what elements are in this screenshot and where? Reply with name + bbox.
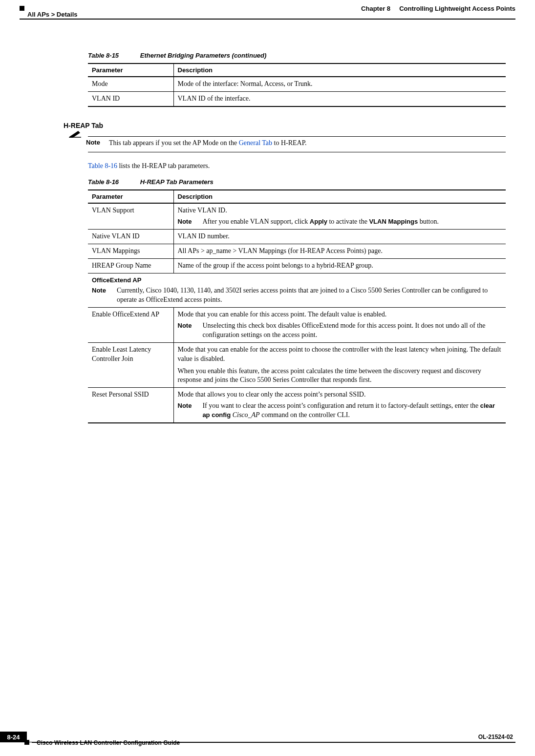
inner-note: Note Currently, Cisco 1040, 1130, 1140, … [92,286,502,305]
table-row: VLAN ID VLAN ID of the interface. [88,91,506,106]
desc-cell: Mode of the interface: Normal, Access, o… [173,77,506,91]
table-8-16-caption: Table 8-16 H-REAP Tab Parameters [88,178,506,186]
note-block: Note This tab appears if you set the AP … [64,136,506,152]
desc-line: Native VLAN ID. [178,206,502,215]
cisco-ap-italic: Cisco_AP [231,411,260,419]
col-description: Description [173,63,506,77]
hreap-tab-heading: H-REAP Tab [64,122,506,129]
apply-bold: Apply [310,218,327,225]
header-rule [20,19,515,20]
note-pencil-icon [64,130,84,139]
table-8-16: Parameter Description VLAN Support Nativ… [88,189,506,423]
table-row: VLAN Mappings All APs > ap_name > VLAN M… [88,244,506,258]
desc-p1: Mode that you can enable for the access … [178,345,502,364]
desc-cell: Mode that you can enable for this access… [173,308,506,343]
note-label: Note [86,139,100,146]
note-suffix: button. [418,218,439,225]
col-parameter: Parameter [88,190,173,203]
note-text: After you enable VLAN support, click App… [202,217,502,227]
chapter-title: Controlling Lightweight Access Points [399,5,515,12]
desc-cell: VLAN ID number. [173,230,506,244]
param-cell: VLAN Support [88,203,173,229]
param-cell: Mode [88,77,173,91]
param-cell: Reset Personal SSID [88,388,173,423]
param-cell: HREAP Group Name [88,258,173,273]
table-row: Mode Mode of the interface: Normal, Acce… [88,77,506,91]
param-cell: Enable OfficeExtend AP [88,308,173,343]
table-header-row: Parameter Description [88,63,506,77]
note-label: Note [92,286,106,295]
note-label: Note [178,401,192,410]
param-cell: Native VLAN ID [88,230,173,244]
desc-cell: Name of the group if the access point be… [173,258,506,273]
page-footer: Cisco Wireless LAN Controller Configurat… [0,742,535,746]
note-prefix: After you enable VLAN support, click [202,218,309,225]
table-8-15: Parameter Description Mode Mode of the i… [88,63,506,107]
table-row-section: OfficeExtend AP Note Currently, Cisco 10… [88,273,506,307]
note-prefix: If you want to clear the access point’s … [202,402,480,409]
note-text: Unselecting this check box disables Offi… [202,321,502,340]
col-parameter: Parameter [88,63,173,77]
desc-line: Mode that allows you to clear only the a… [178,390,502,399]
table-8-15-num: Table 8-15 [88,52,119,59]
officeextend-heading: OfficeExtend AP [92,276,502,285]
table-row: Reset Personal SSID Mode that allows you… [88,388,506,423]
inner-note: Note After you enable VLAN support, clic… [178,217,502,227]
table-8-16-num: Table 8-16 [88,178,119,186]
vlan-mappings-bold: VLAN Mappings [369,218,418,225]
table-row: HREAP Group Name Name of the group if th… [88,258,506,273]
table-row: VLAN Support Native VLAN ID. Note After … [88,203,506,229]
header-right: Chapter 8 Controlling Lightweight Access… [361,5,515,12]
desc-p2: When you enable this feature, the access… [178,367,502,385]
page-content: Table 8-15 Ethernet Bridging Parameters … [88,44,506,432]
note-text-prefix: This tab appears if you set the AP Mode … [109,139,239,147]
footer-guide-title: Cisco Wireless LAN Controller Configurat… [37,739,535,746]
desc-cell: Mode that you can enable for the access … [173,342,506,388]
param-cell: VLAN Mappings [88,244,173,258]
inner-note: Note If you want to clear the access poi… [178,401,502,420]
desc-cell: Mode that allows you to clear only the a… [173,388,506,423]
footer-bottom-rule [27,742,515,742]
col-description: Description [173,190,506,203]
general-tab-link[interactable]: General Tab [239,139,272,147]
note-suffix: command on the controller CLI. [260,411,350,419]
desc-cell: All APs > ap_name > VLAN Mappings (for H… [173,244,506,258]
param-cell: VLAN ID [88,91,173,106]
desc-cell: VLAN ID of the interface. [173,91,506,106]
table-row: Enable OfficeExtend AP Mode that you can… [88,308,506,343]
desc-line: Mode that you can enable for this access… [178,310,502,319]
footer-page-number: 8-24 [0,732,27,742]
hreap-intro-suffix: lists the H-REAP tab parameters. [117,162,210,169]
footer-doc-id: OL-21524-02 [478,734,513,740]
chapter-label: Chapter 8 [361,5,390,12]
page-header: All APs > Details Chapter 8 Controlling … [20,5,515,18]
header-square-icon [20,6,24,11]
note-text: This tab appears if you set the AP Mode … [109,139,506,148]
table-header-row: Parameter Description [88,190,506,203]
note-mid: to activate the [327,218,369,225]
breadcrumb: All APs > Details [27,11,77,18]
table-8-16-title: H-REAP Tab Parameters [140,178,214,186]
desc-cell: Native VLAN ID. Note After you enable VL… [173,203,506,229]
note-label: Note [178,217,192,226]
note-text: If you want to clear the access point’s … [202,401,502,420]
inner-note: Note Unselecting this check box disables… [178,321,502,340]
note-text: Currently, Cisco 1040, 1130, 1140, and 3… [117,286,502,305]
officeextend-section-cell: OfficeExtend AP Note Currently, Cisco 10… [88,273,506,307]
note-text-suffix: to H-REAP. [272,139,306,147]
table-8-15-caption: Table 8-15 Ethernet Bridging Parameters … [88,52,506,59]
header-left: All APs > Details [20,5,77,18]
table-row: Enable Least Latency Controller Join Mod… [88,342,506,388]
note-label: Note [178,321,192,330]
table-row: Native VLAN ID VLAN ID number. [88,230,506,244]
hreap-intro: Table 8-16 lists the H-REAP tab paramete… [88,161,506,171]
table-8-15-title: Ethernet Bridging Parameters (continued) [140,52,267,59]
param-cell: Enable Least Latency Controller Join [88,342,173,388]
table-8-16-link[interactable]: Table 8-16 [88,162,117,169]
